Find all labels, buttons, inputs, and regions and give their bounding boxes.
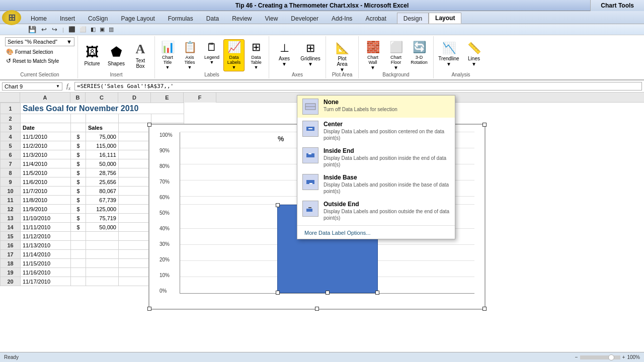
row-num: 1 xyxy=(1,103,21,114)
chart-y-axis: 0% 10% 20% 30% 40% 50% 60% 70% 80% 90% 1… xyxy=(159,132,173,294)
plot-area-label: Plot Area xyxy=(332,72,353,77)
insert-group: 🖼 Picture ⬟ Shapes A Text Box Insert xyxy=(78,36,155,78)
trendline-btn[interactable]: 📉 Trendline ▼ xyxy=(437,39,461,71)
plot-area-group: 📐 Plot Area ▼ Plot Area xyxy=(326,36,359,78)
row-num: 5 xyxy=(1,141,21,150)
row-num: 10 xyxy=(1,187,21,196)
formula-input[interactable]: =SERIES('Sales Goal'!$A$37,,' xyxy=(74,82,642,90)
series-dropdown[interactable]: Series "% Reached" ▼ xyxy=(5,37,74,46)
analysis-label: Analysis xyxy=(451,72,470,77)
current-selection-group: Series "% Reached" ▼ 🎨 Format Selection … xyxy=(2,36,78,78)
inside-base-icon xyxy=(302,174,318,190)
chart-title-btn[interactable]: 📊 Chart Title ▼ xyxy=(157,39,178,71)
row-num: 18 xyxy=(1,259,21,268)
qa-redo[interactable]: ↪ xyxy=(50,25,59,34)
col-header-f[interactable]: F xyxy=(184,93,216,103)
textbox-btn[interactable]: A Text Box xyxy=(129,39,151,71)
chart-tools-label: Chart Tools xyxy=(590,0,644,11)
qa-btn7[interactable]: ▥ xyxy=(107,26,115,33)
none-text: None Turn off Data Labels for selection xyxy=(324,99,397,113)
row-num: 16 xyxy=(1,241,21,250)
background-group: 🧱 Chart Wall ▼ ⬜ Chart Floor ▼ 🔄 3-D Rot… xyxy=(359,36,434,78)
format-selection-btn[interactable]: 🎨 Format Selection xyxy=(5,48,74,56)
tab-addins[interactable]: Add-Ins xyxy=(325,13,359,24)
tab-cosign[interactable]: CoSign xyxy=(82,13,114,24)
tab-formulas[interactable]: Formulas xyxy=(162,13,200,24)
chart-floor-btn[interactable]: ⬜ Chart Floor ▼ xyxy=(385,39,407,71)
row-num: 14 xyxy=(1,223,21,232)
picture-btn[interactable]: 🖼 Picture xyxy=(81,39,103,71)
row-num: 19 xyxy=(1,268,21,277)
office-button[interactable]: ⊞ xyxy=(2,10,21,25)
3d-rotation-btn[interactable]: 🔄 3-D Rotation xyxy=(408,39,430,71)
gridlines-btn[interactable]: ⊞ Gridlines ▼ xyxy=(298,39,323,71)
inside-end-icon xyxy=(302,147,318,163)
background-label: Background xyxy=(382,72,409,77)
svg-rect-7 xyxy=(309,183,312,184)
row-num: 2 xyxy=(1,114,21,123)
svg-rect-9 xyxy=(308,207,311,208)
tab-layout[interactable]: Layout xyxy=(429,13,461,24)
row-num: 12 xyxy=(1,205,21,214)
plot-area-btn[interactable]: 📐 Plot Area ▼ xyxy=(329,39,355,71)
center-icon xyxy=(302,121,318,137)
qa-btn4[interactable]: ⬜ xyxy=(78,26,88,33)
legend-btn[interactable]: 🗒 Legend ▼ xyxy=(201,39,222,71)
status-bar: Ready − + 100% xyxy=(0,352,644,362)
fx-icon: fx xyxy=(64,82,72,91)
dropdown-item-none[interactable]: None Turn off Data Labels for selection xyxy=(297,96,455,118)
dropdown-item-outside-end[interactable]: Outside End Display Data Labels and posi… xyxy=(297,198,455,224)
qa-btn3[interactable]: ⬛ xyxy=(67,26,77,33)
dropdown-item-center[interactable]: Center Display Data Labels and position … xyxy=(297,118,455,144)
row-num: 7 xyxy=(1,159,21,168)
status-text: Ready xyxy=(4,354,19,360)
tab-acrobat[interactable]: Acrobat xyxy=(359,13,392,24)
qa-save[interactable]: 💾 xyxy=(26,25,38,34)
title-cell[interactable]: Sales Goal for November 2010 xyxy=(21,103,184,114)
col-header-a[interactable]: A xyxy=(20,93,70,103)
shapes-btn[interactable]: ⬟ Shapes xyxy=(105,39,127,71)
current-selection-label: Current Selection xyxy=(20,72,59,77)
dropdown-separator xyxy=(297,225,455,226)
dropdown-item-inside-base[interactable]: Inside Base Display Data Labels and posi… xyxy=(297,171,455,198)
qa-undo[interactable]: ↩ xyxy=(39,25,49,34)
row-num: 4 xyxy=(1,132,21,141)
tab-developer[interactable]: Developer xyxy=(284,13,325,24)
chart-wall-btn[interactable]: 🧱 Chart Wall ▼ xyxy=(362,39,384,71)
tab-home[interactable]: Home xyxy=(24,13,53,24)
col-header-e[interactable]: E xyxy=(151,93,184,103)
qa-btn5[interactable]: ◧ xyxy=(89,26,97,33)
table-row: 1 Sales Goal for November 2010 xyxy=(1,103,184,114)
qa-btn6[interactable]: ▣ xyxy=(98,26,106,33)
col-header-c[interactable]: C xyxy=(86,93,118,103)
labels-group: 📊 Chart Title ▼ 📋 Axis Titles ▼ 🗒 Legend… xyxy=(155,36,269,78)
row-num: 3 xyxy=(1,123,21,132)
tab-design[interactable]: Design xyxy=(397,13,429,24)
reset-style-btn[interactable]: ↺ Reset to Match Style xyxy=(5,57,74,65)
title-bar-text: Tip 46 - Creating a Thermometer Chart.xl… xyxy=(235,2,409,9)
name-box[interactable]: Chart 9 ▼ xyxy=(2,82,62,90)
tab-view[interactable]: View xyxy=(259,13,285,24)
zoom-controls[interactable]: − + 100% xyxy=(575,354,640,360)
row-num: 13 xyxy=(1,214,21,223)
tab-page-layout[interactable]: Page Layout xyxy=(114,13,161,24)
dropdown-item-inside-end[interactable]: Inside End Display Data Labels and posit… xyxy=(297,144,455,171)
center-text: Center Display Data Labels and position … xyxy=(324,121,450,141)
lines-btn[interactable]: 📏 Lines ▼ xyxy=(463,39,485,71)
axes-btn[interactable]: ⊥ Axes ▼ xyxy=(272,39,296,71)
col-header-b[interactable]: B xyxy=(70,93,86,103)
row-num: 15 xyxy=(1,232,21,241)
analysis-group: 📉 Trendline ▼ 📏 Lines ▼ Analysis xyxy=(434,36,488,78)
row-num: 8 xyxy=(1,168,21,177)
more-data-label-options[interactable]: More Data Label Options... xyxy=(297,227,455,239)
axes-label: Axes xyxy=(292,72,303,77)
outside-end-text: Outside End Display Data Labels and posi… xyxy=(324,201,450,221)
tab-insert[interactable]: Insert xyxy=(53,13,82,24)
col-header-d[interactable]: D xyxy=(118,93,151,103)
data-table-btn[interactable]: ⊞ Data Table ▼ xyxy=(246,39,267,71)
tab-data[interactable]: Data xyxy=(200,13,225,24)
tab-review[interactable]: Review xyxy=(225,13,258,24)
data-labels-btn[interactable]: 📈 Data Labels ▼ xyxy=(223,39,245,71)
insert-label: Insert xyxy=(110,72,122,77)
axis-titles-btn[interactable]: 📋 Axis Titles ▼ xyxy=(179,39,200,71)
